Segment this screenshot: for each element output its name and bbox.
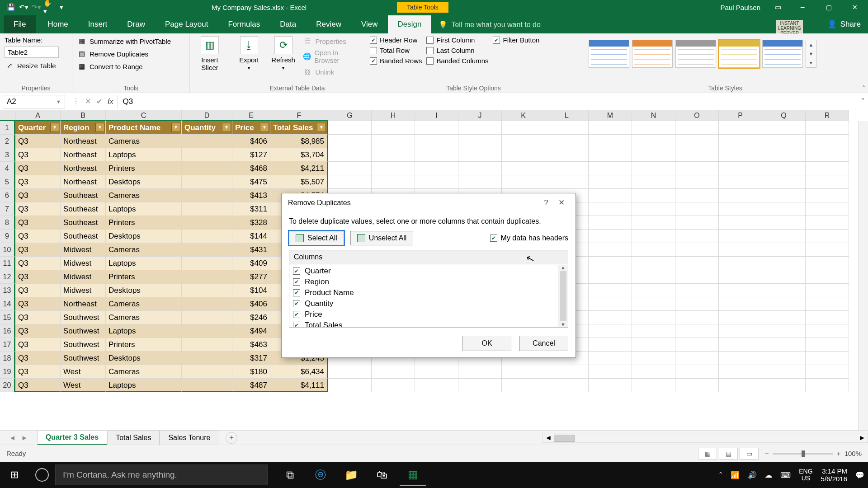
cell[interactable]: [458, 135, 502, 148]
cell[interactable]: Q3: [15, 379, 61, 392]
cell[interactable]: Desktops: [106, 230, 182, 243]
cell[interactable]: Q3: [15, 230, 61, 243]
cell[interactable]: [632, 284, 675, 297]
cell[interactable]: [372, 175, 415, 189]
resize-table-button[interactable]: ⤢ Resize Table: [5, 61, 59, 70]
cell[interactable]: [762, 202, 806, 216]
filter-button-checkbox[interactable]: Filter Button: [493, 36, 539, 44]
cell[interactable]: [182, 379, 232, 392]
maximize-button[interactable]: ▢: [816, 0, 842, 14]
row-header[interactable]: 3: [0, 148, 15, 162]
cell[interactable]: [545, 121, 589, 135]
cell[interactable]: $328: [232, 216, 270, 230]
scrollbar-thumb[interactable]: [554, 435, 575, 442]
view-normal-button[interactable]: ▦: [698, 448, 717, 460]
cell[interactable]: [589, 284, 632, 297]
cell[interactable]: [589, 365, 632, 379]
cell[interactable]: $4,111: [270, 379, 328, 392]
cell[interactable]: Q3: [15, 175, 61, 189]
cell[interactable]: [719, 175, 762, 189]
column-header[interactable]: J: [458, 110, 502, 121]
save-icon[interactable]: 💾: [5, 2, 16, 13]
cell[interactable]: [806, 202, 849, 216]
cell[interactable]: [372, 379, 415, 392]
cell[interactable]: Printers: [106, 270, 182, 284]
select-all-button[interactable]: [0, 110, 15, 121]
unselect-all-button[interactable]: Unselect All: [350, 231, 414, 245]
cell[interactable]: [719, 297, 762, 311]
enter-formula-icon[interactable]: ✔: [96, 97, 102, 106]
summarize-pivottable-button[interactable]: ▦Summarize with PivotTable: [77, 36, 171, 46]
convert-to-range-button[interactable]: ▦Convert to Range: [77, 61, 171, 71]
cell[interactable]: $3,704: [270, 148, 328, 162]
cell[interactable]: [502, 121, 545, 135]
column-checkbox-item[interactable]: Quarter: [293, 266, 554, 277]
dialog-close-button[interactable]: ✕: [554, 198, 569, 207]
cell[interactable]: $406: [232, 297, 270, 311]
cell[interactable]: Q3: [15, 284, 61, 297]
cell[interactable]: Q3: [15, 352, 61, 365]
cell[interactable]: [545, 162, 589, 175]
cell[interactable]: [589, 162, 632, 175]
cell[interactable]: [719, 324, 762, 338]
column-header[interactable]: Q: [762, 110, 806, 121]
cell[interactable]: Price▼: [232, 121, 270, 135]
scroll-right-icon[interactable]: ►: [859, 434, 866, 442]
tab-file[interactable]: File: [4, 15, 36, 33]
column-header[interactable]: A: [15, 110, 61, 121]
cell[interactable]: $311: [232, 202, 270, 216]
cell[interactable]: [182, 175, 232, 189]
cell[interactable]: [806, 162, 849, 175]
cell[interactable]: [182, 257, 232, 270]
banded-columns-checkbox[interactable]: Banded Columns: [426, 57, 488, 65]
action-center-icon[interactable]: 💬: [855, 471, 864, 479]
cell[interactable]: [762, 175, 806, 189]
cell[interactable]: Q3: [15, 189, 61, 202]
total-row-checkbox[interactable]: Total Row: [370, 47, 422, 54]
cell[interactable]: [675, 284, 719, 297]
row-header[interactable]: 2: [0, 135, 15, 148]
cell[interactable]: Q3: [15, 257, 61, 270]
cell[interactable]: $475: [232, 175, 270, 189]
share-button[interactable]: 👤 Share: [820, 15, 868, 33]
cell[interactable]: [415, 121, 458, 135]
cancel-button[interactable]: Cancel: [519, 336, 568, 351]
cell[interactable]: [589, 121, 632, 135]
cell[interactable]: Cameras: [106, 311, 182, 324]
row-header[interactable]: 4: [0, 162, 15, 175]
cell[interactable]: Southeast: [61, 230, 106, 243]
cell[interactable]: [719, 365, 762, 379]
cell[interactable]: [806, 297, 849, 311]
store-taskbar-icon[interactable]: 🛍: [369, 464, 395, 486]
cell[interactable]: $104: [232, 284, 270, 297]
column-header[interactable]: N: [632, 110, 675, 121]
formula-bar[interactable]: Q3: [118, 97, 858, 106]
cell[interactable]: [182, 135, 232, 148]
cell[interactable]: Q3: [15, 365, 61, 379]
cell[interactable]: [762, 216, 806, 230]
cell[interactable]: Midwest: [61, 284, 106, 297]
cell[interactable]: Printers: [106, 216, 182, 230]
input-language[interactable]: ENGUS: [799, 468, 812, 482]
cell[interactable]: Southeast: [61, 202, 106, 216]
cell[interactable]: $431: [232, 243, 270, 257]
cell[interactable]: Cameras: [106, 189, 182, 202]
cell[interactable]: [458, 148, 502, 162]
cell[interactable]: [675, 311, 719, 324]
volume-icon[interactable]: 🔊: [748, 471, 757, 479]
cell[interactable]: $409: [232, 257, 270, 270]
cell[interactable]: $277: [232, 270, 270, 284]
cell[interactable]: Southeast: [61, 216, 106, 230]
cell[interactable]: [372, 135, 415, 148]
name-box[interactable]: A2 ▼: [3, 95, 65, 108]
cell[interactable]: Q3: [15, 338, 61, 352]
cell[interactable]: Laptops: [106, 257, 182, 270]
table-style-thumbnail[interactable]: [762, 40, 803, 68]
cell[interactable]: Laptops: [106, 379, 182, 392]
collapse-ribbon-icon[interactable]: ˄: [862, 84, 865, 92]
tab-formulas[interactable]: Formulas: [218, 15, 270, 33]
cell[interactable]: Laptops: [106, 148, 182, 162]
cell[interactable]: [719, 352, 762, 365]
cell[interactable]: [589, 202, 632, 216]
table-style-thumbnail[interactable]: [632, 40, 673, 68]
